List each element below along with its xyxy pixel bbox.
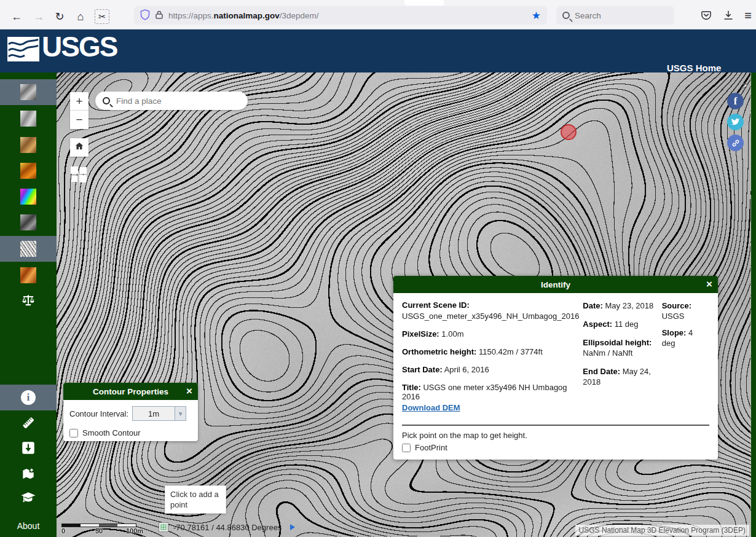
scalebar-end-label: 100m <box>126 527 143 535</box>
ellipsoidal-height-value: NaNm / NaNft <box>583 348 632 358</box>
sidebar-item-add-data[interactable] <box>0 461 57 487</box>
title-value: USGS one meter x35y496 NH Umbagog 2016 <box>402 383 567 401</box>
start-date-label: Start Date: <box>402 365 443 374</box>
basemap-thumbnail-icon <box>20 214 36 230</box>
scene-id-value: USGS_one_meter_x35y496_NH_Umbagog_2016 <box>402 312 579 321</box>
pocket-icon[interactable] <box>698 8 714 23</box>
sidebar-item-identify[interactable]: i <box>0 385 57 410</box>
source-value: USGS <box>662 312 685 321</box>
downloads-icon[interactable] <box>720 8 736 23</box>
info-icon: i <box>21 390 36 405</box>
search-icon <box>103 97 110 104</box>
pixel-size-value: 1.00m <box>441 329 463 339</box>
download-dem-link[interactable]: Download DEM <box>402 403 460 412</box>
sidebar-item-about[interactable]: About <box>0 521 57 531</box>
usgs-wave-icon <box>7 37 39 61</box>
contour-interval-label: Contour Interval: <box>69 409 128 418</box>
basemap-item-hillshade-dark[interactable] <box>0 210 57 235</box>
scalebar-mid-label: 50 <box>95 527 103 535</box>
basemap-item-terrain-tan[interactable] <box>0 132 57 158</box>
coordinates-arrow-icon[interactable] <box>290 524 295 530</box>
usgs-logo: USGS <box>7 34 117 61</box>
basemap-thumbnail-icon <box>20 137 36 153</box>
twitter-icon[interactable] <box>727 114 744 130</box>
sidebar-item-legal[interactable] <box>0 289 57 315</box>
download-box-icon <box>20 440 36 458</box>
bookmark-star-icon[interactable]: ★ <box>532 9 541 22</box>
close-icon[interactable]: × <box>706 278 712 291</box>
url-bar[interactable]: https://apps.nationalmap.gov/3depdem/ ★ <box>134 6 547 25</box>
map-tooltip: Click to add a point <box>165 485 226 514</box>
pixel-size-label: PixelSize: <box>402 329 439 339</box>
browser-toolbar: ← → ↻ ⌂ ✂ https://apps.nationalmap.gov/3… <box>0 0 756 29</box>
basemap-item-orange-texture[interactable] <box>0 262 57 288</box>
browser-search-box[interactable] <box>556 6 674 25</box>
map-attribution: USGS National Map 3D Elevation Program (… <box>575 525 749 536</box>
pick-point-hint: Pick point on the map to get height. <box>393 426 718 440</box>
browser-home-icon[interactable]: ⌂ <box>71 8 90 25</box>
identify-panel-title: Identify <box>541 280 570 289</box>
contour-panel-title: Contour Properties <box>93 387 168 396</box>
date-label: Date: <box>583 301 603 310</box>
basemap-item-hillshade-gray[interactable] <box>0 79 57 105</box>
search-icon <box>562 12 570 19</box>
sidebar-item-education[interactable] <box>0 486 57 512</box>
map-plus-icon <box>20 465 36 484</box>
right-edge-strip <box>751 73 756 537</box>
aspect-value: 11 deg <box>615 319 639 329</box>
basemap-item-contour[interactable] <box>0 236 57 262</box>
end-date-label: End Date: <box>583 367 620 376</box>
smooth-contour-label: Smooth Contour <box>82 428 141 437</box>
basemap-thumbnail-icon <box>20 163 36 179</box>
footprint-label: FootPrint <box>415 443 447 452</box>
balance-scale-icon <box>20 292 36 311</box>
basemap-thumbnail-icon <box>20 189 36 205</box>
basemap-item-slope-rainbow[interactable] <box>0 184 57 210</box>
basemap-item-hillshade-light[interactable] <box>0 106 57 131</box>
coordinates-mode-icon[interactable] <box>159 522 168 532</box>
url-text: https://apps.nationalmap.gov/3depdem/ <box>168 11 528 20</box>
scalebar: 0 50 100m <box>61 523 148 536</box>
basemap-thumbnail-icon <box>20 84 36 100</box>
zoom-out-button[interactable]: − <box>70 111 89 129</box>
basemap-thumbnail-icon <box>20 111 36 127</box>
usgs-header: USGS science for a changing world USGS H… <box>0 29 756 73</box>
basemap-item-terrain-orange[interactable] <box>0 158 57 184</box>
shield-icon[interactable] <box>140 9 150 22</box>
basemap-thumbnail-icon <box>20 241 36 257</box>
ruler-icon <box>20 415 36 433</box>
sidebar-item-download[interactable] <box>0 436 57 462</box>
footprint-checkbox[interactable] <box>402 444 411 452</box>
smooth-contour-checkbox[interactable] <box>69 429 78 437</box>
menu-icon[interactable]: ≡ <box>740 8 756 23</box>
facebook-icon[interactable]: f <box>727 93 744 109</box>
find-a-place-input[interactable] <box>116 96 233 106</box>
map-home-button[interactable] <box>70 138 89 157</box>
browser-search-input[interactable] <box>575 11 655 20</box>
share-link-icon[interactable] <box>727 135 744 151</box>
map-viewport: + − f Click to add a point 0 50 100m <box>57 73 751 537</box>
scalebar-segment <box>117 524 136 527</box>
contour-interval-value: 1m <box>133 409 175 418</box>
zoom-in-button[interactable]: + <box>70 92 89 111</box>
reload-icon[interactable]: ↻ <box>50 8 69 25</box>
chevron-down-icon: ▼ <box>175 407 186 420</box>
collapse-panel-arrow-icon[interactable] <box>738 80 750 95</box>
coordinates-widget: -70.78161 / 44.86830 Degrees <box>159 522 295 532</box>
find-a-place-search[interactable] <box>95 92 248 110</box>
date-value: May 23, 2018 <box>605 301 654 310</box>
forward-icon[interactable]: → <box>30 8 48 25</box>
close-icon[interactable]: × <box>186 385 192 398</box>
screenshot-extension-icon[interactable]: ✂ <box>95 9 109 24</box>
browser-tab-sliver[interactable] <box>404 0 444 6</box>
source-label: Source: <box>662 301 691 310</box>
scalebar-segment <box>99 524 117 527</box>
slope-label: Slope: <box>662 328 687 337</box>
title-label: Title: <box>402 383 421 392</box>
orthometric-height-label: Orthometric height: <box>402 347 476 356</box>
contour-interval-select[interactable]: 1m ▼ <box>132 406 186 421</box>
sidebar-item-measure[interactable] <box>0 411 57 437</box>
lock-icon[interactable] <box>155 10 163 22</box>
coordinates-text: -70.78161 / 44.86830 Degrees <box>173 523 282 532</box>
back-icon[interactable]: ← <box>7 8 26 25</box>
